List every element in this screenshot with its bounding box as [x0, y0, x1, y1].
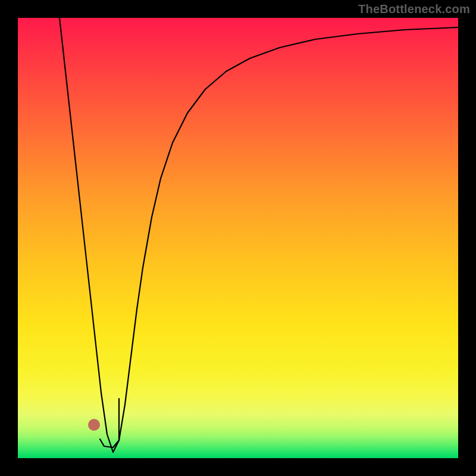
j-dot	[88, 419, 100, 431]
plot-area	[18, 18, 458, 458]
chart-frame: TheBottleneck.com	[0, 0, 476, 476]
chart-svg	[18, 18, 458, 458]
bottleneck-curve	[60, 18, 458, 452]
watermark-text: TheBottleneck.com	[358, 2, 470, 16]
